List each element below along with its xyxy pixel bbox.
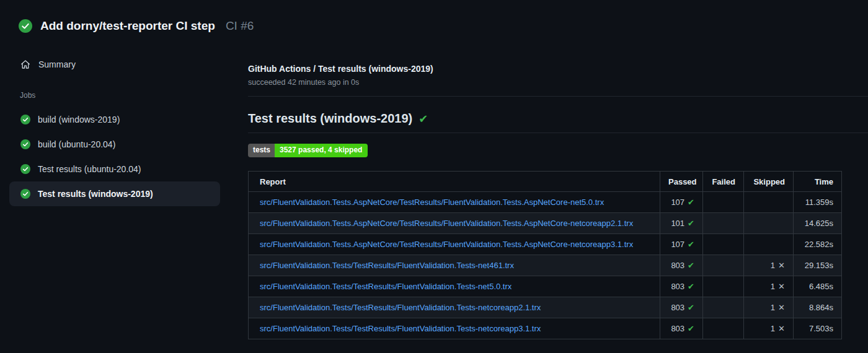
- job-label: Test results (windows-2019): [38, 189, 153, 199]
- failed-cell: [703, 318, 744, 339]
- check-circle-icon: [20, 139, 30, 149]
- passed-count: 101: [671, 219, 684, 228]
- skipped-x-icon: ✕: [778, 261, 785, 270]
- sidebar-job-item[interactable]: build (ubuntu-20.04): [9, 132, 220, 157]
- column-header-skipped: Skipped: [744, 172, 794, 192]
- report-link[interactable]: src/FluentValidation.Tests.AspNetCore/Te…: [260, 219, 633, 228]
- sidebar: Summary Jobs build (windows-2019) build …: [9, 54, 220, 206]
- report-link[interactable]: src/FluentValidation.Tests.AspNetCore/Te…: [260, 198, 604, 207]
- skipped-count: 1: [771, 282, 775, 291]
- passed-cell: 803✔: [660, 276, 703, 297]
- column-header-failed: Failed: [703, 172, 744, 192]
- sidebar-summary-label: Summary: [38, 59, 76, 69]
- time-value: 6.485s: [809, 282, 833, 291]
- report-link[interactable]: src/FluentValidation.Tests.AspNetCore/Te…: [260, 240, 633, 249]
- passed-cell: 107✔: [660, 234, 703, 255]
- header-divider: [248, 96, 868, 97]
- passed-count: 107: [671, 240, 684, 249]
- check-suite-title: GitHub Actions / Test results (windows-2…: [248, 64, 868, 74]
- skipped-cell: 1✕: [744, 297, 794, 318]
- passed-cell: 803✔: [660, 318, 703, 339]
- report-link[interactable]: src/FluentValidation.Tests/TestResults/F…: [260, 303, 541, 312]
- skipped-x-icon: ✕: [778, 303, 785, 312]
- table-row: src/FluentValidation.Tests.AspNetCore/Te…: [249, 192, 842, 213]
- passed-check-icon: ✔: [688, 261, 694, 270]
- success-check-circle-icon: [19, 19, 32, 33]
- time-cell: 14.625s: [794, 213, 842, 234]
- column-header-passed: Passed: [660, 172, 703, 192]
- time-value: 29.153s: [805, 261, 833, 270]
- passed-cell: 803✔: [660, 255, 703, 276]
- sidebar-job-item[interactable]: Test results (windows-2019): [9, 181, 220, 206]
- skipped-x-icon: ✕: [778, 282, 785, 291]
- table-row: src/FluentValidation.Tests.AspNetCore/Te…: [249, 234, 842, 255]
- success-check-icon: ✔: [418, 112, 428, 126]
- check-status-text: succeeded 42 minutes ago in 0s: [248, 78, 868, 87]
- time-cell: 7.503s: [794, 318, 842, 339]
- failed-cell: [703, 297, 744, 318]
- tests-badge: tests 3527 passed, 4 skipped: [248, 144, 368, 157]
- skipped-cell: 1✕: [744, 255, 794, 276]
- badge-label: tests: [248, 144, 275, 157]
- check-circle-icon: [20, 115, 30, 124]
- run-title: Add dorny/test-reporter CI step: [40, 19, 215, 33]
- passed-cell: 107✔: [660, 192, 703, 213]
- passed-check-icon: ✔: [688, 282, 694, 291]
- failed-cell: [703, 213, 744, 234]
- failed-cell: [703, 192, 744, 213]
- skipped-count: 1: [771, 324, 775, 333]
- passed-cell: 101✔: [660, 213, 703, 234]
- report-cell: src/FluentValidation.Tests.AspNetCore/Te…: [249, 192, 660, 213]
- skipped-cell: [744, 192, 794, 213]
- time-value: 14.625s: [805, 219, 833, 228]
- report-cell: src/FluentValidation.Tests/TestResults/F…: [249, 276, 660, 297]
- test-results-table: ReportPassedFailedSkippedTime src/Fluent…: [248, 171, 842, 339]
- report-cell: src/FluentValidation.Tests.AspNetCore/Te…: [249, 234, 660, 255]
- table-row: src/FluentValidation.Tests/TestResults/F…: [249, 318, 842, 339]
- time-cell: 11.359s: [794, 192, 842, 213]
- report-link[interactable]: src/FluentValidation.Tests/TestResults/F…: [260, 324, 541, 333]
- home-icon: [20, 59, 30, 69]
- report-link[interactable]: src/FluentValidation.Tests/TestResults/F…: [260, 261, 514, 270]
- time-value: 7.503s: [809, 324, 833, 333]
- passed-check-icon: ✔: [688, 324, 694, 333]
- column-header-time: Time: [794, 172, 842, 192]
- skipped-count: 1: [771, 261, 775, 270]
- skipped-cell: 1✕: [744, 318, 794, 339]
- passed-count: 803: [671, 282, 684, 291]
- job-label: build (windows-2019): [38, 115, 120, 124]
- report-cell: src/FluentValidation.Tests/TestResults/F…: [249, 255, 660, 276]
- passed-check-icon: ✔: [688, 303, 694, 312]
- jobs-list: build (windows-2019) build (ubuntu-20.04…: [9, 107, 220, 206]
- badge-value: 3527 passed, 4 skipped: [275, 144, 368, 157]
- report-link[interactable]: src/FluentValidation.Tests/TestResults/F…: [260, 282, 512, 291]
- sidebar-job-item[interactable]: build (windows-2019): [9, 107, 220, 132]
- skipped-count: 1: [771, 303, 775, 312]
- report-cell: src/FluentValidation.Tests.AspNetCore/Te…: [249, 213, 660, 234]
- sidebar-item-summary[interactable]: Summary: [9, 54, 220, 74]
- passed-check-icon: ✔: [688, 240, 694, 249]
- time-value: 11.359s: [805, 198, 833, 207]
- time-value: 22.582s: [805, 240, 833, 249]
- passed-check-icon: ✔: [688, 219, 694, 228]
- passed-count: 803: [671, 261, 684, 270]
- passed-count: 107: [671, 198, 684, 207]
- column-header-report: Report: [249, 172, 660, 192]
- job-label: Test results (ubuntu-20.04): [38, 164, 141, 174]
- time-cell: 22.582s: [794, 234, 842, 255]
- sidebar-job-item[interactable]: Test results (ubuntu-20.04): [9, 157, 220, 181]
- table-row: src/FluentValidation.Tests/TestResults/F…: [249, 255, 842, 276]
- skipped-cell: [744, 234, 794, 255]
- check-run-page: Add dorny/test-reporter CI step CI #6 Su…: [0, 0, 868, 353]
- jobs-section-label: Jobs: [9, 91, 220, 101]
- table-row: src/FluentValidation.Tests/TestResults/F…: [249, 276, 842, 297]
- passed-cell: 803✔: [660, 297, 703, 318]
- passed-check-icon: ✔: [688, 198, 694, 207]
- check-circle-icon: [20, 164, 30, 174]
- report-cell: src/FluentValidation.Tests/TestResults/F…: [249, 318, 660, 339]
- main-content: GitHub Actions / Test results (windows-2…: [248, 0, 868, 339]
- skipped-x-icon: ✕: [778, 324, 785, 333]
- time-value: 8.864s: [809, 303, 833, 312]
- section-title-text: Test results (windows-2019): [248, 111, 412, 126]
- report-cell: src/FluentValidation.Tests/TestResults/F…: [249, 297, 660, 318]
